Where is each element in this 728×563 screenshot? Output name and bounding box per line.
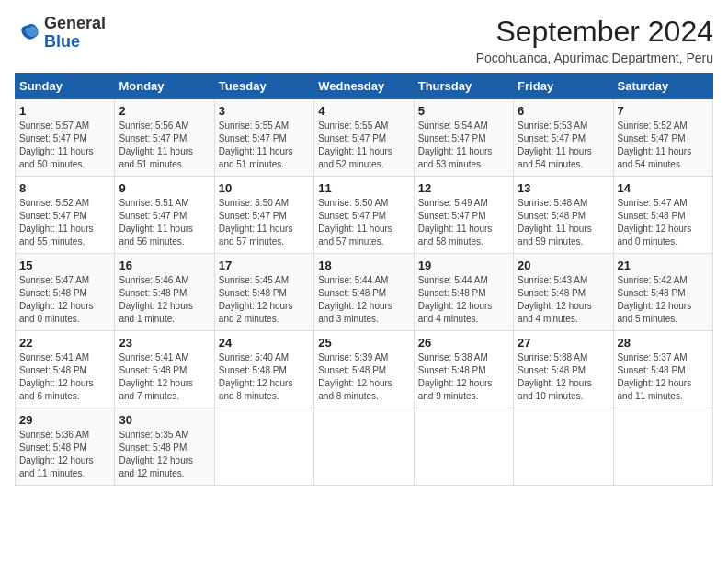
calendar-cell: 24Sunrise: 5:40 AM Sunset: 5:48 PM Dayli…: [214, 331, 313, 408]
week-row-3: 15Sunrise: 5:47 AM Sunset: 5:48 PM Dayli…: [16, 254, 713, 331]
calendar-cell: 2Sunrise: 5:56 AM Sunset: 5:47 PM Daylig…: [115, 99, 214, 177]
day-info: Sunrise: 5:43 AM Sunset: 5:48 PM Dayligh…: [518, 274, 609, 326]
title-block: September 2024 Pocohuanca, Apurimac Depa…: [476, 15, 713, 65]
day-info: Sunrise: 5:50 AM Sunset: 5:47 PM Dayligh…: [219, 197, 310, 248]
calendar-cell: 9Sunrise: 5:51 AM Sunset: 5:47 PM Daylig…: [115, 177, 214, 254]
header-tuesday: Tuesday: [214, 74, 313, 99]
calendar-cell: 7Sunrise: 5:52 AM Sunset: 5:47 PM Daylig…: [613, 99, 712, 177]
calendar-cell: 11Sunrise: 5:50 AM Sunset: 5:47 PM Dayli…: [314, 177, 414, 254]
day-info: Sunrise: 5:46 AM Sunset: 5:48 PM Dayligh…: [119, 274, 210, 326]
location-subtitle: Pocohuanca, Apurimac Department, Peru: [476, 51, 713, 65]
calendar-cell: 3Sunrise: 5:55 AM Sunset: 5:47 PM Daylig…: [214, 99, 313, 177]
day-info: Sunrise: 5:35 AM Sunset: 5:48 PM Dayligh…: [119, 429, 210, 480]
day-number: 7: [618, 104, 709, 118]
day-number: 20: [518, 259, 609, 272]
day-info: Sunrise: 5:42 AM Sunset: 5:48 PM Dayligh…: [618, 274, 709, 326]
calendar-cell: 21Sunrise: 5:42 AM Sunset: 5:48 PM Dayli…: [613, 254, 712, 331]
calendar-cell: 12Sunrise: 5:49 AM Sunset: 5:47 PM Dayli…: [414, 177, 513, 254]
day-info: Sunrise: 5:44 AM Sunset: 5:48 PM Dayligh…: [418, 274, 509, 326]
day-info: Sunrise: 5:47 AM Sunset: 5:48 PM Dayligh…: [19, 274, 110, 326]
day-number: 22: [19, 336, 110, 350]
day-info: Sunrise: 5:56 AM Sunset: 5:47 PM Dayligh…: [119, 120, 210, 171]
header-thursday: Thursday: [414, 74, 513, 99]
day-info: Sunrise: 5:38 AM Sunset: 5:48 PM Dayligh…: [418, 351, 509, 403]
calendar-cell: 8Sunrise: 5:52 AM Sunset: 5:47 PM Daylig…: [16, 177, 115, 254]
calendar-cell: 26Sunrise: 5:38 AM Sunset: 5:48 PM Dayli…: [414, 331, 513, 408]
day-number: 16: [119, 259, 210, 272]
day-info: Sunrise: 5:55 AM Sunset: 5:47 PM Dayligh…: [219, 120, 310, 171]
calendar-cell: 22Sunrise: 5:41 AM Sunset: 5:48 PM Dayli…: [16, 331, 115, 408]
day-info: Sunrise: 5:50 AM Sunset: 5:47 PM Dayligh…: [318, 197, 409, 248]
day-number: 1: [19, 104, 110, 118]
week-row-2: 8Sunrise: 5:52 AM Sunset: 5:47 PM Daylig…: [16, 177, 713, 254]
day-number: 15: [19, 259, 110, 272]
day-number: 12: [418, 181, 509, 195]
day-info: Sunrise: 5:44 AM Sunset: 5:48 PM Dayligh…: [318, 274, 409, 326]
day-number: 23: [119, 336, 210, 350]
month-title: September 2024: [476, 15, 713, 49]
day-info: Sunrise: 5:41 AM Sunset: 5:48 PM Dayligh…: [19, 351, 110, 403]
calendar-cell: 30Sunrise: 5:35 AM Sunset: 5:48 PM Dayli…: [115, 408, 214, 486]
day-number: 11: [318, 181, 409, 195]
header-saturday: Saturday: [613, 74, 712, 99]
day-info: Sunrise: 5:52 AM Sunset: 5:47 PM Dayligh…: [19, 197, 110, 248]
calendar-cell: 23Sunrise: 5:41 AM Sunset: 5:48 PM Dayli…: [115, 331, 214, 408]
day-info: Sunrise: 5:55 AM Sunset: 5:47 PM Dayligh…: [318, 120, 409, 171]
header-friday: Friday: [514, 74, 613, 99]
day-info: Sunrise: 5:45 AM Sunset: 5:48 PM Dayligh…: [219, 274, 310, 326]
calendar-cell: 13Sunrise: 5:48 AM Sunset: 5:48 PM Dayli…: [514, 177, 613, 254]
day-number: 28: [618, 336, 709, 350]
calendar-cell: 19Sunrise: 5:44 AM Sunset: 5:48 PM Dayli…: [414, 254, 513, 331]
page-header: General Blue September 2024 Pocohuanca, …: [15, 15, 713, 65]
day-number: 4: [318, 104, 409, 118]
day-number: 10: [219, 181, 310, 195]
day-info: Sunrise: 5:53 AM Sunset: 5:47 PM Dayligh…: [518, 120, 609, 171]
calendar-cell: 18Sunrise: 5:44 AM Sunset: 5:48 PM Dayli…: [314, 254, 414, 331]
day-number: 5: [418, 104, 509, 118]
calendar-table: SundayMondayTuesdayWednesdayThursdayFrid…: [15, 73, 713, 486]
logo-text: General Blue: [44, 15, 106, 52]
day-info: Sunrise: 5:48 AM Sunset: 5:48 PM Dayligh…: [518, 197, 609, 248]
logo-icon: [15, 20, 40, 46]
day-number: 8: [19, 181, 110, 195]
day-number: 25: [318, 336, 409, 350]
day-number: 24: [219, 336, 310, 350]
day-number: 21: [618, 259, 709, 272]
calendar-cell: 10Sunrise: 5:50 AM Sunset: 5:47 PM Dayli…: [214, 177, 313, 254]
calendar-cell: [514, 408, 613, 486]
day-number: 18: [318, 259, 409, 272]
header-sunday: Sunday: [16, 74, 115, 99]
day-info: Sunrise: 5:57 AM Sunset: 5:47 PM Dayligh…: [19, 120, 110, 171]
calendar-cell: 1Sunrise: 5:57 AM Sunset: 5:47 PM Daylig…: [16, 99, 115, 177]
week-row-5: 29Sunrise: 5:36 AM Sunset: 5:48 PM Dayli…: [16, 408, 713, 486]
calendar-cell: 16Sunrise: 5:46 AM Sunset: 5:48 PM Dayli…: [115, 254, 214, 331]
calendar-cell: 28Sunrise: 5:37 AM Sunset: 5:48 PM Dayli…: [613, 331, 712, 408]
calendar-cell: 14Sunrise: 5:47 AM Sunset: 5:48 PM Dayli…: [613, 177, 712, 254]
calendar-cell: 6Sunrise: 5:53 AM Sunset: 5:47 PM Daylig…: [514, 99, 613, 177]
calendar-cell: 29Sunrise: 5:36 AM Sunset: 5:48 PM Dayli…: [16, 408, 115, 486]
day-number: 30: [119, 413, 210, 427]
day-info: Sunrise: 5:41 AM Sunset: 5:48 PM Dayligh…: [119, 351, 210, 403]
calendar-cell: 17Sunrise: 5:45 AM Sunset: 5:48 PM Dayli…: [214, 254, 313, 331]
header-monday: Monday: [115, 74, 214, 99]
day-info: Sunrise: 5:39 AM Sunset: 5:48 PM Dayligh…: [318, 351, 409, 403]
week-row-4: 22Sunrise: 5:41 AM Sunset: 5:48 PM Dayli…: [16, 331, 713, 408]
calendar-cell: [214, 408, 313, 486]
day-info: Sunrise: 5:38 AM Sunset: 5:48 PM Dayligh…: [518, 351, 609, 403]
day-number: 27: [518, 336, 609, 350]
header-wednesday: Wednesday: [314, 74, 414, 99]
logo: General Blue: [15, 15, 106, 52]
day-number: 19: [418, 259, 509, 272]
calendar-header-row: SundayMondayTuesdayWednesdayThursdayFrid…: [16, 74, 713, 99]
day-number: 13: [518, 181, 609, 195]
day-info: Sunrise: 5:52 AM Sunset: 5:47 PM Dayligh…: [618, 120, 709, 171]
calendar-cell: [613, 408, 712, 486]
day-number: 14: [618, 181, 709, 195]
day-number: 3: [219, 104, 310, 118]
day-number: 26: [418, 336, 509, 350]
calendar-cell: [314, 408, 414, 486]
calendar-cell: 25Sunrise: 5:39 AM Sunset: 5:48 PM Dayli…: [314, 331, 414, 408]
calendar-cell: 20Sunrise: 5:43 AM Sunset: 5:48 PM Dayli…: [514, 254, 613, 331]
day-info: Sunrise: 5:51 AM Sunset: 5:47 PM Dayligh…: [119, 197, 210, 248]
calendar-cell: 4Sunrise: 5:55 AM Sunset: 5:47 PM Daylig…: [314, 99, 414, 177]
